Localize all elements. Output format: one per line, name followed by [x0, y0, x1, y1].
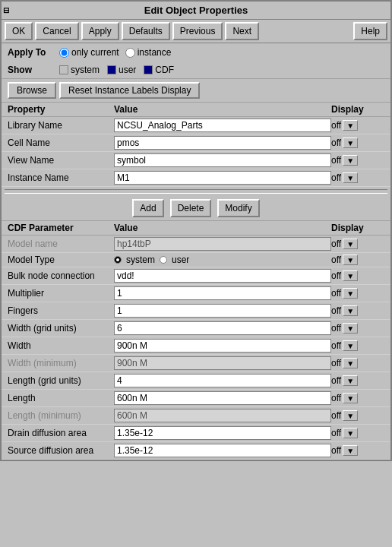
cdf-value[interactable]: [114, 304, 331, 318]
cdf-input[interactable]: [114, 444, 331, 457]
prop-value[interactable]: [114, 136, 331, 150]
cdf-value[interactable]: [114, 339, 331, 353]
radio-user-icon[interactable]: [160, 256, 167, 264]
show-cdf[interactable]: CDF: [144, 65, 174, 75]
cdf-value[interactable]: [114, 286, 331, 300]
cdf-display-toggle-btn[interactable]: ▼: [343, 445, 358, 456]
off-label: off: [331, 270, 341, 281]
apply-button[interactable]: Apply: [81, 22, 119, 40]
property-row: View Name off ▼: [2, 152, 390, 169]
show-system-checkbox[interactable]: [59, 65, 68, 74]
prop-value[interactable]: [114, 153, 331, 167]
show-system[interactable]: system: [59, 65, 100, 75]
show-user[interactable]: user: [107, 65, 136, 75]
cdf-value[interactable]: [114, 409, 331, 422]
property-col-header: Property: [8, 104, 114, 115]
property-row: Instance Name off ▼: [2, 169, 390, 187]
window-icon[interactable]: ⊟: [3, 6, 9, 14]
cancel-button[interactable]: Cancel: [35, 22, 78, 40]
prop-input[interactable]: [114, 136, 331, 150]
off-label: off: [331, 375, 341, 386]
display-col-header: Display: [331, 104, 384, 115]
cdf-display-toggle-btn[interactable]: ▼: [343, 323, 358, 334]
title-bar: ⊟ Edit Object Properties: [2, 2, 390, 20]
cdf-display-toggle-btn[interactable]: ▼: [343, 239, 358, 249]
cdf-display-toggle-btn[interactable]: ▼: [343, 270, 358, 281]
next-button[interactable]: Next: [225, 22, 259, 40]
cdf-value[interactable]: [114, 356, 331, 370]
previous-button[interactable]: Previous: [172, 22, 223, 40]
show-options: system user CDF: [59, 65, 174, 75]
cdf-display: off ▼: [331, 288, 384, 299]
cdf-value[interactable]: [114, 391, 331, 405]
apply-to-only-current[interactable]: only current: [59, 47, 119, 58]
display-toggle-btn[interactable]: ▼: [343, 138, 358, 148]
delete-button[interactable]: Delete: [170, 199, 212, 217]
cdf-display-toggle-btn[interactable]: ▼: [343, 410, 358, 421]
ok-button[interactable]: OK: [5, 22, 33, 40]
off-label: off: [331, 358, 341, 368]
cdf-param-label: Fingers: [8, 305, 114, 316]
cdf-display-col-header: Display: [331, 223, 384, 233]
add-button[interactable]: Add: [132, 199, 163, 217]
apply-to-only-current-radio[interactable]: [59, 48, 69, 58]
cdf-input[interactable]: [114, 391, 331, 405]
browse-button[interactable]: Browse: [8, 82, 56, 99]
show-section: Show system user CDF: [2, 62, 390, 79]
modify-button[interactable]: Modify: [217, 199, 259, 217]
off-label: off: [331, 155, 341, 166]
cdf-display: off ▼: [331, 428, 384, 438]
cdf-display: off ▼: [331, 255, 384, 265]
prop-value[interactable]: [114, 119, 331, 132]
display-toggle-btn[interactable]: ▼: [343, 172, 358, 183]
cdf-input[interactable]: [114, 237, 331, 251]
cdf-row: Width (minimum) off ▼: [2, 355, 390, 372]
cdf-value[interactable]: [114, 426, 331, 440]
cdf-input[interactable]: [114, 356, 331, 370]
display-toggle-btn[interactable]: ▼: [343, 155, 358, 166]
cdf-display-toggle-btn[interactable]: ▼: [343, 428, 358, 438]
cdf-input[interactable]: [114, 286, 331, 300]
cdf-input[interactable]: [114, 339, 331, 353]
cdf-display-toggle-btn[interactable]: ▼: [343, 255, 358, 265]
off-label: off: [331, 288, 341, 299]
cdf-value[interactable]: [114, 374, 331, 387]
radio-system-icon[interactable]: [114, 256, 122, 264]
cdf-input[interactable]: [114, 269, 331, 283]
radio-system-label: system: [126, 255, 155, 265]
show-user-checkbox[interactable]: [107, 65, 116, 74]
cdf-input[interactable]: [114, 304, 331, 318]
defaults-button[interactable]: Defaults: [122, 22, 170, 40]
prop-input[interactable]: [114, 119, 331, 132]
cdf-display-toggle-btn[interactable]: ▼: [343, 358, 358, 368]
display-toggle-btn[interactable]: ▼: [343, 120, 358, 131]
cdf-display-toggle-btn[interactable]: ▼: [343, 393, 358, 403]
cdf-display-toggle-btn[interactable]: ▼: [343, 340, 358, 351]
cdf-param-label: Bulk node connection: [8, 270, 114, 281]
prop-input[interactable]: [114, 171, 331, 185]
cdf-value[interactable]: [114, 237, 331, 251]
apply-to-instance-radio[interactable]: [125, 48, 135, 58]
off-label: off: [331, 428, 341, 438]
cdf-display: off ▼: [331, 375, 384, 386]
cdf-display-toggle-btn[interactable]: ▼: [343, 288, 358, 299]
cdf-display-toggle-btn[interactable]: ▼: [343, 305, 358, 316]
apply-to-instance[interactable]: instance: [125, 47, 172, 58]
help-button[interactable]: Help: [353, 22, 387, 40]
prop-input[interactable]: [114, 153, 331, 167]
cdf-value[interactable]: [114, 269, 331, 283]
prop-value[interactable]: [114, 171, 331, 185]
cdf-value[interactable]: [114, 321, 331, 335]
reset-button[interactable]: Reset Instance Labels Display: [59, 82, 200, 99]
cdf-param-label: Width: [8, 340, 114, 351]
prop-display: off ▼: [331, 120, 384, 131]
cdf-value[interactable]: [114, 444, 331, 457]
apply-to-label: Apply To: [8, 47, 53, 58]
cdf-input[interactable]: [114, 321, 331, 335]
cdf-display-toggle-btn[interactable]: ▼: [343, 375, 358, 386]
cdf-input[interactable]: [114, 374, 331, 387]
cdf-input[interactable]: [114, 409, 331, 422]
show-cdf-checkbox[interactable]: [144, 65, 153, 74]
prop-label: Cell Name: [8, 138, 114, 148]
cdf-input[interactable]: [114, 426, 331, 440]
